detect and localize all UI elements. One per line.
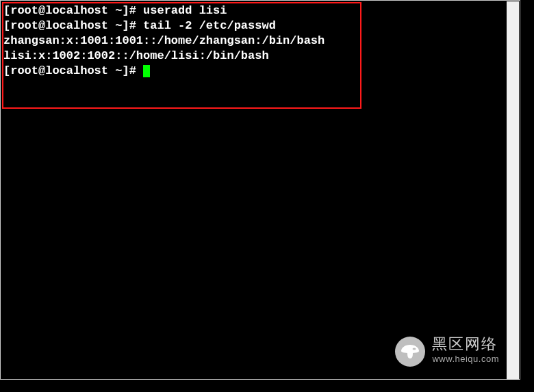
- watermark-title: 黑区网络: [432, 337, 499, 352]
- terminal-line: [root@localhost ~]# useradd lisi: [3, 3, 517, 18]
- output: zhangsan:x:1001:1001::/home/zhangsan:/bi…: [3, 34, 325, 47]
- command: useradd lisi: [143, 4, 227, 17]
- cursor-icon: [143, 65, 150, 77]
- scrollbar[interactable]: [507, 1, 519, 380]
- terminal-line: zhangsan:x:1001:1001::/home/zhangsan:/bi…: [3, 34, 517, 49]
- scroll-track[interactable]: [507, 1, 519, 380]
- terminal-line: [root@localhost ~]# tail -2 /etc/passwd: [3, 18, 517, 34]
- watermark: 黑区网络 www.heiqu.com: [395, 337, 499, 367]
- terminal-line: [root@localhost ~]#: [3, 64, 517, 79]
- terminal-window[interactable]: [root@localhost ~]# useradd lisi [root@l…: [0, 0, 520, 380]
- terminal-line: lisi:x:1002:1002::/home/lisi:/bin/bash: [3, 49, 517, 64]
- mushroom-icon: [395, 337, 425, 367]
- svg-point-0: [413, 348, 416, 350]
- watermark-text: 黑区网络 www.heiqu.com: [432, 337, 499, 367]
- prompt: [root@localhost ~]#: [3, 4, 143, 17]
- prompt: [root@localhost ~]#: [3, 64, 143, 77]
- command: tail -2 /etc/passwd: [143, 19, 276, 32]
- output: lisi:x:1002:1002::/home/lisi:/bin/bash: [3, 49, 269, 62]
- watermark-url: www.heiqu.com: [432, 352, 499, 367]
- terminal-body[interactable]: [root@localhost ~]# useradd lisi [root@l…: [3, 3, 517, 79]
- prompt: [root@localhost ~]#: [3, 19, 143, 32]
